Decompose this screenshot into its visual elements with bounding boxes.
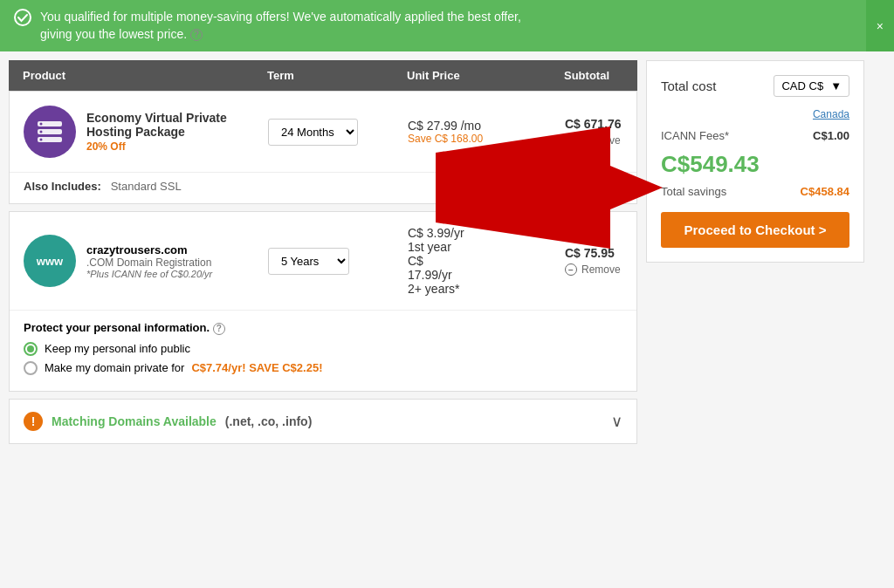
icann-fees-amount: C$1.00	[813, 129, 849, 142]
notification-banner: You qualified for multiple money-saving …	[0, 0, 894, 51]
col-subtotal: Subtotal	[564, 69, 651, 82]
warning-icon: !	[24, 412, 43, 431]
hosting-item-row: Economy Virtual Private Hosting Package …	[10, 92, 636, 172]
make-private-radio[interactable]	[24, 361, 38, 375]
col-product: Product	[23, 69, 267, 82]
total-price: C$549.43	[661, 151, 849, 178]
domain-unit-price: C$ 3.99/yr 1st year C$ 17.99/yr 2+ years…	[408, 226, 565, 296]
currency-selector[interactable]: CAD C$ ▼	[774, 75, 849, 97]
protect-title: Protect your personal information. ?	[24, 321, 622, 335]
icann-fees-row: ICANN Fees* C$1.00	[661, 129, 849, 142]
domain-cart-item: www crazytrousers.com .COM Domain Regist…	[9, 211, 637, 392]
total-savings-row: Total savings C$458.84	[661, 185, 849, 198]
check-icon	[14, 9, 31, 31]
make-private-option[interactable]: Make my domain private for C$7.74/yr! SA…	[24, 361, 622, 375]
notification-close-button[interactable]: ×	[866, 0, 894, 51]
svg-point-5	[40, 131, 43, 133]
cart-table-header: Product Term Unit Price Subtotal	[9, 60, 637, 91]
svg-point-6	[40, 139, 43, 141]
keep-public-option[interactable]: Keep my personal info public	[24, 342, 622, 356]
hosting-product-name: Economy Virtual Private Hosting Package	[86, 111, 268, 139]
info-icon: ?	[190, 29, 203, 41]
domain-subtotal-col: C$ 75.95 − Remove	[565, 246, 652, 276]
notification-text: You qualified for multiple money-saving …	[40, 9, 521, 43]
hosting-subtotal-col: C$ 671.76 − Remove	[565, 117, 652, 147]
matching-domains-left: ! Matching Domains Available (.net, .co,…	[24, 412, 312, 431]
domain-product-info: www crazytrousers.com .COM Domain Regist…	[24, 235, 268, 287]
chevron-down-icon: ▼	[830, 79, 842, 92]
hosting-unit-price: C$ 27.99 /mo Save C$ 168.00	[408, 119, 565, 145]
domain-icann-note: *Plus ICANN fee of C$0.20/yr	[86, 269, 212, 279]
also-includes-row: Also Includes: Standard SSL	[10, 172, 636, 203]
hosting-term-dropdown[interactable]: 12 Months 24 Months 36 Months	[268, 119, 408, 146]
keep-public-radio[interactable]	[24, 342, 38, 356]
hosting-term-select[interactable]: 12 Months 24 Months 36 Months	[268, 119, 358, 146]
main-layout: Product Term Unit Price Subtotal	[0, 51, 894, 453]
hosting-product-info: Economy Virtual Private Hosting Package …	[24, 106, 268, 158]
hosting-product-details: Economy Virtual Private Hosting Package …	[86, 111, 268, 153]
domain-remove-circle-icon: −	[565, 263, 577, 276]
page-wrapper: You qualified for multiple money-saving …	[0, 0, 894, 453]
chevron-down-icon: ∨	[611, 412, 622, 431]
www-icon: www	[24, 235, 76, 287]
private-price: C$7.74/yr! SAVE C$2.25!	[191, 361, 322, 374]
canada-link-container: Canada	[661, 107, 849, 120]
remove-circle-icon: −	[565, 134, 577, 147]
hosting-product-icon	[24, 106, 76, 158]
total-cost-label: Total cost	[661, 79, 716, 93]
hosting-save-label: Save C$ 168.00	[408, 133, 565, 145]
hosting-cart-item: Economy Virtual Private Hosting Package …	[9, 91, 637, 204]
domain-name: crazytrousers.com	[86, 243, 212, 256]
domain-term-select[interactable]: 1 Year 2 Years 5 Years 10 Years	[268, 248, 349, 275]
hosting-discount-badge: 20% Off	[86, 140, 268, 153]
domain-term-dropdown[interactable]: 1 Year 2 Years 5 Years 10 Years	[268, 248, 408, 275]
domain-details: crazytrousers.com .COM Domain Registrati…	[86, 243, 212, 279]
domain-type: .COM Domain Registration	[86, 256, 212, 269]
total-cost-header: Total cost CAD C$ ▼	[661, 75, 849, 97]
matching-domains-tlds: (.net, .co, .info)	[225, 414, 313, 428]
savings-amount: C$458.84	[801, 185, 849, 198]
col-unit-price: Unit Price	[407, 69, 564, 82]
domain-item-row: www crazytrousers.com .COM Domain Regist…	[10, 212, 636, 310]
col-term: Term	[267, 69, 407, 82]
protect-info-section: Protect your personal information. ? Kee…	[10, 310, 636, 391]
canada-link[interactable]: Canada	[813, 108, 849, 120]
svg-point-0	[15, 10, 31, 25]
protect-info-icon: ?	[213, 323, 225, 335]
total-cost-box: Total cost CAD C$ ▼ Canada ICANN Fees* C…	[646, 60, 864, 263]
hosting-remove-button[interactable]: − Remove	[565, 134, 621, 147]
sidebar: Total cost CAD C$ ▼ Canada ICANN Fees* C…	[646, 60, 864, 444]
matching-domains-banner[interactable]: ! Matching Domains Available (.net, .co,…	[9, 399, 637, 444]
hosting-subtotal: C$ 671.76	[565, 117, 652, 131]
svg-point-4	[40, 123, 43, 126]
cart-area: Product Term Unit Price Subtotal	[9, 60, 637, 444]
domain-remove-button[interactable]: − Remove	[565, 263, 621, 276]
checkout-button[interactable]: Proceed to Checkout >	[661, 212, 849, 248]
domain-subtotal: C$ 75.95	[565, 246, 652, 260]
